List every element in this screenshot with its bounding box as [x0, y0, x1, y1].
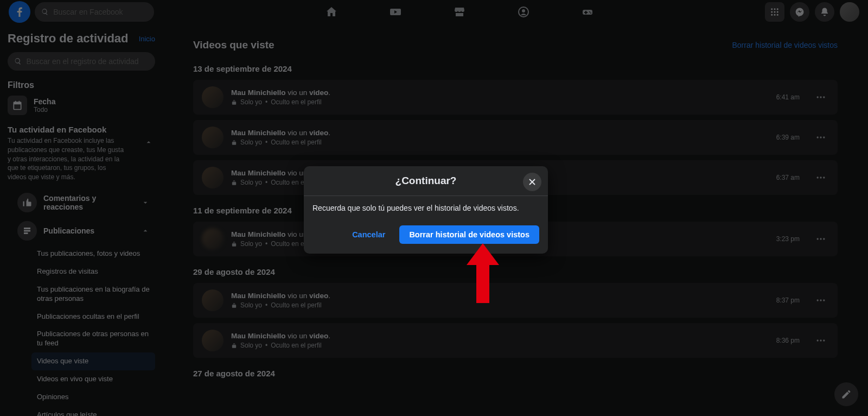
svg-marker-29 [467, 243, 499, 303]
modal-confirm-button[interactable]: Borrar historial de videos vistos [399, 225, 539, 244]
modal-cancel-button[interactable]: Cancelar [344, 225, 393, 244]
modal-title: ¿Continuar? [395, 175, 457, 187]
annotation-arrow [467, 243, 499, 305]
modal-body: Recuerda que solo tú puedes ver el histo… [304, 196, 548, 220]
confirm-modal: ¿Continuar? Recuerda que solo tú puedes … [304, 166, 548, 254]
modal-close-button[interactable] [523, 173, 541, 191]
close-icon [527, 177, 537, 187]
